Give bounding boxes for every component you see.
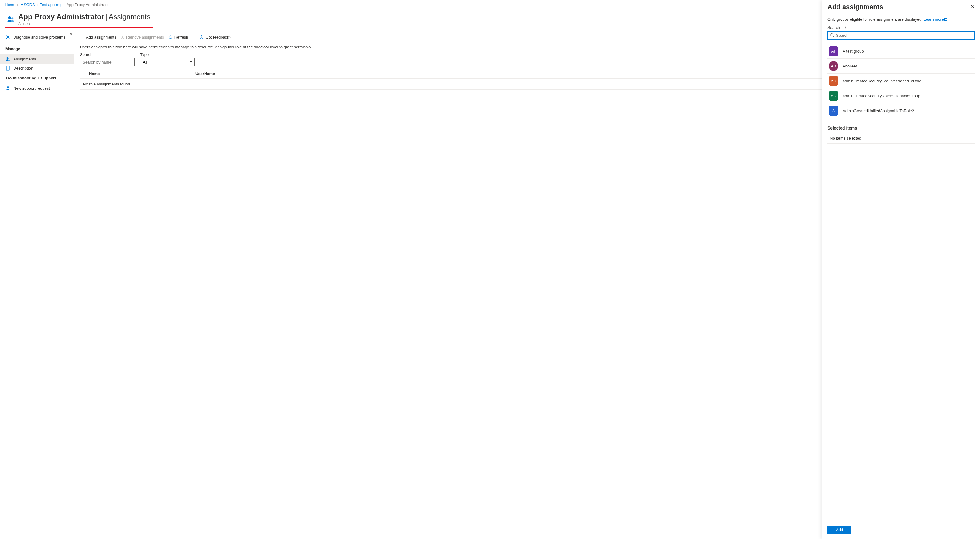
avatar: A [829,106,838,115]
result-name: adminCreatedSecurityGroupAssignedToRole [843,79,921,83]
avatar: AT [829,46,838,56]
flyout-search-input[interactable] [836,33,972,38]
svg-line-18 [833,36,834,37]
svg-point-17 [830,34,833,37]
refresh-button[interactable]: Refresh [169,35,188,40]
person-group-icon [5,57,10,61]
breadcrumb-home[interactable]: Home [5,2,16,7]
sidebar-heading-troubleshooting: Troubleshooting + Support [0,73,75,82]
flyout-info-text: Only groups eligible for role assignment… [827,17,975,25]
result-name: A test group [843,49,864,54]
sidebar-item-description[interactable]: Description [0,64,75,73]
plus-icon [80,35,84,39]
sidebar-item-assignments[interactable]: Assignments [0,54,75,64]
breadcrumb-test-app-reg[interactable]: Test app reg [40,2,62,7]
feedback-person-icon [199,35,204,39]
add-assignments-button[interactable]: Add assignments [80,35,116,40]
page-title: App Proxy Administrator|Assignments [18,13,150,21]
result-item[interactable]: ADadminCreatedSecurityGroupAssignedToRol… [827,73,975,88]
avatar: AD [829,76,838,86]
role-group-icon [7,15,15,23]
support-person-icon [5,86,10,91]
more-actions-button[interactable]: ··· [158,14,164,20]
result-item[interactable]: AAdminCreatedUnifiedAssignableToRole2 [827,104,975,118]
svg-point-3 [8,58,10,59]
result-name: AdminCreatedUnifiedAssignableToRole2 [843,108,914,113]
search-icon [830,33,834,37]
result-item[interactable]: ATA test group [827,44,975,59]
chevron-right-icon: › [64,2,65,7]
avatar: AD [829,91,838,100]
flyout-search-label: Search [827,25,840,30]
close-icon [970,4,975,8]
learn-more-link[interactable]: Learn more [924,17,948,22]
svg-point-8 [7,86,9,88]
collapse-sidebar-button[interactable]: « [70,32,72,36]
add-assignments-flyout: Add assignments Only groups eligible for… [822,0,980,539]
result-name: Abhijeet [843,64,857,69]
sidebar-heading-manage: Manage [0,43,75,53]
result-name: adminCreatedSecurityRoleAssignableGroup [843,94,920,98]
column-name: Name [89,72,196,76]
x-icon [121,35,124,39]
type-label: Type [140,52,195,57]
search-input[interactable] [80,58,135,66]
feedback-button[interactable]: Got feedback? [199,35,231,40]
highlighted-title-region: App Proxy Administrator|Assignments All … [5,11,153,28]
search-label: Search [80,52,135,57]
sidebar: « Diagnose and solve problems Manage Ass… [0,31,75,539]
info-icon[interactable]: i [842,26,846,29]
results-list[interactable]: ATA test groupABAbhijeetADadminCreatedSe… [827,44,975,118]
flyout-title: Add assignments [827,3,883,11]
svg-point-1 [11,18,13,19]
page-subtitle: All roles [18,22,150,26]
remove-assignments-button: Remove assignments [121,35,164,40]
wrench-icon [5,35,10,40]
no-items-selected: No items selected [827,133,975,144]
selected-items-heading: Selected items [827,126,975,131]
sidebar-item-diagnose[interactable]: Diagnose and solve problems [0,32,75,41]
add-button[interactable]: Add [827,526,851,534]
breadcrumb-current[interactable]: App Proxy Administrator [67,2,109,7]
svg-point-2 [7,57,8,59]
result-item[interactable]: ABAbhijeet [827,59,975,73]
type-select[interactable]: All [140,58,195,66]
svg-point-13 [201,35,202,37]
chevron-right-icon: › [18,2,19,7]
refresh-icon [169,35,173,39]
document-icon [5,66,10,70]
column-username: UserName [196,72,215,76]
breadcrumb-msods[interactable]: MSODS [21,2,35,7]
separator [194,34,194,40]
close-button[interactable] [970,4,975,10]
chevron-right-icon: › [37,2,38,7]
avatar: AB [829,61,838,71]
flyout-search-box[interactable] [827,31,975,40]
svg-point-0 [8,16,11,19]
result-item[interactable]: ADadminCreatedSecurityRoleAssignableGrou… [827,88,975,104]
sidebar-item-new-support[interactable]: New support request [0,84,75,93]
external-link-icon [945,18,948,21]
